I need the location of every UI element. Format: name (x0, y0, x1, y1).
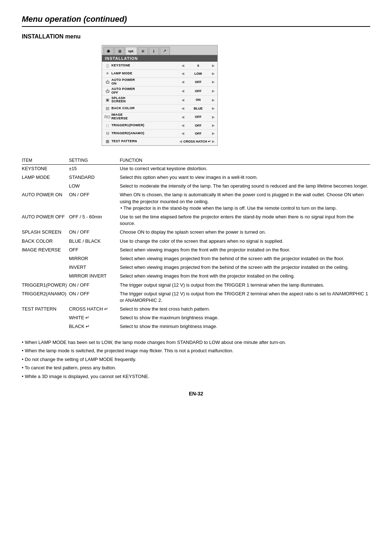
table-row: MIRROR INVERT Select when viewing images… (22, 272, 370, 281)
table-cell-setting: ON / OFF (69, 191, 120, 213)
table-row: LOW Select to moderate the intensity of … (22, 182, 370, 191)
osd-tab-2[interactable]: 🖥 (114, 47, 124, 55)
table-cell-function: Choose ON to display the splash screen w… (120, 228, 370, 237)
table-cell-item: AUTO POWER OFF (22, 213, 69, 228)
table-row: SPLASH SCREEN ON / OFF Choose ON to disp… (22, 228, 370, 237)
osd-row-icon: ▤ (103, 106, 111, 111)
osd-arrow-right-icon: ▶ (211, 131, 216, 135)
table-cell-function: Use to set the time elapsed before the p… (120, 213, 370, 228)
table-cell-item: SPLASH SCREEN (22, 228, 69, 237)
table-cell-function: Select when viewing images projected fro… (120, 255, 370, 263)
table-row: MIRROR Select when viewing images projec… (22, 255, 370, 263)
table-cell-function: Select when viewing images projected fro… (120, 263, 370, 272)
table-cell-function: The trigger output signal (12 V) is outp… (120, 281, 370, 290)
osd-row-label: LAMP MODE (111, 72, 180, 75)
osd-tab-6[interactable]: ↗ (160, 47, 170, 55)
osd-arrow-right-icon: ▶ (211, 115, 216, 119)
osd-tabs: ◉ 🖥 opt. ⊞ i ↗ (102, 45, 217, 55)
table-cell-function: The trigger output signal (12 V) is outp… (120, 290, 370, 305)
osd-tab-3[interactable]: opt. (125, 47, 137, 55)
table-cell-setting: INVERT (69, 263, 120, 272)
osd-row-label: AUTO POWEROFF (111, 87, 180, 95)
osd-row-label: KEYSTONE (111, 64, 180, 67)
table-cell-setting: LOW (69, 182, 120, 191)
table-row: IMAGE REVERSE OFF Select when viewing im… (22, 246, 370, 255)
osd-arrow-right-icon: ▶ (211, 123, 216, 127)
osd-arrow-left-icon: ◀ (178, 139, 183, 143)
note-item: • Do not change the setting of LAMP MODE… (22, 356, 370, 363)
osd-row: R⊡ IMAGEREVERSE ◀ OFF ▶ (102, 112, 217, 122)
table-cell-function: Use to correct vertical keystone distort… (120, 164, 370, 173)
osd-row: ⌹ KEYSTONE ◀ 0 ▶ (102, 62, 217, 70)
table-cell-item: BACK COLOR (22, 237, 69, 246)
osd-arrow-left-icon: ◀ (180, 80, 185, 84)
osd-row: ⏻ AUTO POWERON ◀ OFF ▶ (102, 78, 217, 87)
osd-arrow-left-icon: ◀ (180, 115, 185, 119)
osd-row-value: OFF (185, 80, 211, 84)
osd-tab-5[interactable]: i (149, 47, 159, 55)
table-cell-setting: STANDARD (69, 173, 120, 182)
osd-row-label: TEST PATTERN (111, 140, 178, 143)
table-cell-setting: OFF (69, 246, 120, 255)
osd-row-label: TRIGGER2(ANAMO) (111, 132, 180, 135)
osd-row-icon: ▦ (103, 139, 111, 144)
osd-row-label: IMAGEREVERSE (111, 113, 180, 120)
osd-row-icon: ▣ (103, 98, 111, 102)
table-cell-function: Select this option when you want to view… (120, 173, 370, 182)
osd-row: ▦ TEST PATTERN ◀ CROSS HATCH ↵ ▶ (102, 138, 217, 145)
osd-tab-4[interactable]: ⊞ (138, 47, 148, 55)
note-item: • When the lamp mode is switched, the pr… (22, 347, 370, 354)
osd-arrow-left-icon: ◀ (180, 98, 185, 102)
table-row: TRIGGER2(ANAMO) ON / OFF The trigger out… (22, 290, 370, 305)
osd-row-icon: □ (103, 123, 111, 128)
note-item: • While a 3D image is displayed, you can… (22, 373, 370, 380)
osd-arrow-right-icon: ▶ (211, 71, 216, 75)
table-cell-item (22, 272, 69, 281)
page-title: Menu operation (continued) (22, 15, 370, 27)
col-header-function: FUNCTION (120, 157, 370, 164)
col-header-setting: SETTING (69, 157, 120, 164)
osd-row-value: CROSS HATCH ↵ (183, 140, 211, 143)
osd-arrow-left-icon: ◀ (180, 123, 185, 127)
osd-rows: ⌹ KEYSTONE ◀ 0 ▶ ☀ LAMP MODE ◀ LOW ▶ ⏻ A… (102, 62, 217, 145)
osd-row-value: OFF (185, 89, 211, 93)
osd-arrow-left-icon: ◀ (180, 106, 185, 110)
table-cell-setting: BLACK ↵ (69, 323, 120, 331)
table-row: TRIGGER1(POWER) ON / OFF The trigger out… (22, 281, 370, 290)
table-cell-item: KEYSTONE (22, 164, 69, 173)
osd-row-icon: R⊡ (103, 115, 111, 119)
table-cell-function: Select to show the test cross hatch patt… (120, 305, 370, 314)
table-row: BACK COLOR BLUE / BLACK Use to change th… (22, 237, 370, 246)
table-row: LAMP MODE STANDARD Select this option wh… (22, 173, 370, 182)
table-cell-setting: ±15 (69, 164, 120, 173)
osd-tab-1[interactable]: ◉ (103, 47, 114, 55)
osd-header: INSTALLATION (102, 55, 217, 62)
table-body: KEYSTONE ±15 Use to correct vertical key… (22, 164, 370, 331)
table-cell-setting: CROSS HATCH ↵ (69, 305, 120, 314)
table-cell-item: TRIGGER2(ANAMO) (22, 290, 69, 305)
table-cell-setting: ON / OFF (69, 281, 120, 290)
table-cell-function: Select to show the maximum brightness im… (120, 314, 370, 323)
table-cell-item (22, 314, 69, 323)
table-cell-item: TRIGGER1(POWER) (22, 281, 69, 290)
section-title: INSTALLATION menu (22, 33, 370, 40)
osd-row: ▤ BACK COLOR ◀ BLUE ▶ (102, 104, 217, 112)
table-row: AUTO POWER ON ON / OFF When ON is chosen… (22, 191, 370, 213)
table-cell-item (22, 182, 69, 191)
osd-arrow-right-icon: ▶ (211, 98, 216, 102)
osd-row-icon: ☀ (103, 71, 111, 76)
table-cell-item (22, 263, 69, 272)
table-cell-function: Use to change the color of the screen th… (120, 237, 370, 246)
osd-arrow-right-icon: ▶ (211, 139, 216, 143)
table-cell-setting: OFF / 5 - 60min (69, 213, 120, 228)
table-row: KEYSTONE ±15 Use to correct vertical key… (22, 164, 370, 173)
table-row: WHITE ↵ Select to show the maximum brigh… (22, 314, 370, 323)
col-header-item: ITEM (22, 157, 69, 164)
osd-row-value: 0 (185, 64, 211, 67)
osd-arrow-left-icon: ◀ (180, 63, 185, 67)
table-header-row: ITEM SETTING FUNCTION (22, 157, 370, 164)
osd-row-value: BLUE (185, 107, 211, 110)
notes-section: • When LAMP MODE has been set to LOW, th… (22, 339, 370, 380)
osd-row: ▣ SPLASHSCREEN ◀ ON ▶ (102, 96, 217, 105)
table-cell-setting: BLUE / BLACK (69, 237, 120, 246)
